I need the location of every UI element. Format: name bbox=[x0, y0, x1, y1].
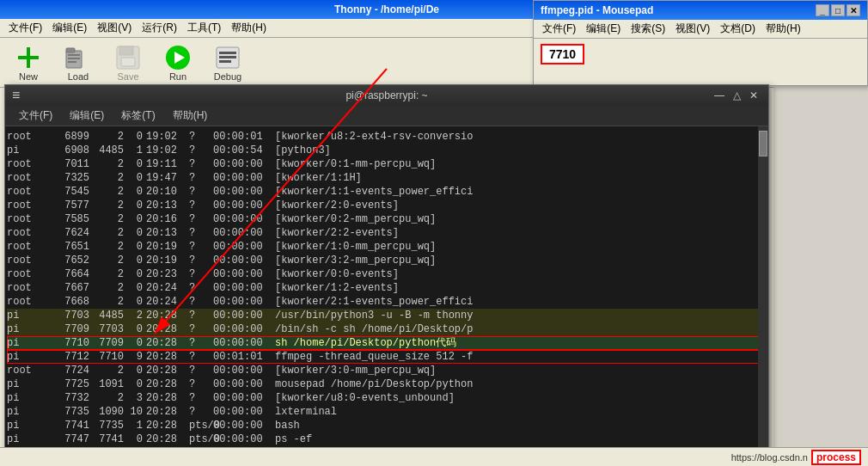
mousepad-menu-doc[interactable]: 文档(D) bbox=[715, 20, 761, 38]
terminal-titlebar: ≡ pi@raspberrypi: ~ — △ ✕ bbox=[5, 85, 768, 106]
svg-rect-5 bbox=[68, 54, 80, 56]
thonny-menu-file[interactable]: 文件(F) bbox=[3, 19, 47, 37]
terminal-scrollbar-thumb[interactable] bbox=[759, 131, 767, 156]
mousepad-menu-view[interactable]: 视图(V) bbox=[670, 20, 715, 38]
table-row: pi773510901020:28?00:00:00lxterminal bbox=[7, 405, 767, 419]
minimize-button[interactable]: _ bbox=[816, 4, 829, 16]
load-label: Load bbox=[68, 71, 89, 82]
thonny-menu-edit[interactable]: 编辑(E) bbox=[47, 19, 92, 37]
load-button[interactable]: Load bbox=[57, 41, 100, 84]
mousepad-menubar: 文件(F) 编辑(E) 搜索(S) 视图(V) 文档(D) 帮助(H) bbox=[534, 20, 867, 39]
table-row: root76242020:13?00:00:00[kworker/2:2-eve… bbox=[7, 226, 767, 240]
table-row: root76642020:23?00:00:00[kworker/0:0-eve… bbox=[7, 267, 767, 281]
table-row: root77242020:28?00:00:00[kworker/3:0-mm_… bbox=[7, 364, 767, 377]
table-row: root76522020:19?00:00:00[kworker/3:2-mm_… bbox=[7, 254, 767, 267]
terminal-body[interactable]: root68992019:02?00:00:01[kworker/u8:2-ex… bbox=[5, 126, 768, 457]
terminal-title-controls: ≡ bbox=[12, 88, 20, 103]
table-row: root70112019:11?00:00:00[kworker/0:1-mm-… bbox=[7, 157, 767, 171]
new-label: New bbox=[19, 71, 38, 82]
table-row: root76512020:19?00:00:00[kworker/1:0-mm_… bbox=[7, 240, 767, 254]
table-row: pi77127710920:28?00:01:01ffmpeg -thread_… bbox=[7, 350, 767, 364]
table-row: pi77034485220:28?00:00:00/usr/bin/python… bbox=[7, 309, 767, 322]
table-row: pi77251091020:28?00:00:00mousepad /home/… bbox=[7, 377, 767, 391]
terminal-menu-icon[interactable]: ≡ bbox=[12, 88, 20, 103]
table-row: pi77097703020:28?00:00:00/bin/sh -c sh /… bbox=[7, 322, 767, 336]
maximize-button[interactable]: □ bbox=[831, 4, 845, 16]
status-bar: https://blog.csdn.n process bbox=[0, 447, 868, 466]
mousepad-window: ffmpeg.pid - Mousepad _ □ ✕ 文件(F) 编辑(E) … bbox=[533, 0, 868, 86]
mousepad-menu-file[interactable]: 文件(F) bbox=[537, 20, 581, 38]
svg-rect-6 bbox=[68, 58, 80, 59]
terminal-close[interactable]: ✕ bbox=[746, 89, 761, 101]
status-url: https://blog.csdn.n bbox=[731, 452, 808, 463]
terminal-title-label: pi@raspberrypi: ~ bbox=[345, 89, 427, 101]
table-row: root76672020:24?00:00:00[kworker/1:2-eve… bbox=[7, 281, 767, 295]
svg-rect-9 bbox=[119, 46, 133, 55]
annotation-box: 7710 bbox=[541, 44, 584, 64]
close-button[interactable]: ✕ bbox=[847, 4, 860, 16]
mousepad-menu-edit[interactable]: 编辑(E) bbox=[581, 20, 626, 38]
table-row: pi77417735120:28pts/000:00:00bash bbox=[7, 419, 767, 432]
save-button[interactable]: Save bbox=[107, 41, 150, 84]
table-row: root75772020:13?00:00:00[kworker/2:0-eve… bbox=[7, 199, 767, 212]
mousepad-menu-help[interactable]: 帮助(H) bbox=[761, 20, 806, 38]
run-button[interactable]: Run bbox=[156, 41, 199, 84]
mousepad-menu-search[interactable]: 搜索(S) bbox=[626, 20, 670, 38]
svg-rect-10 bbox=[121, 58, 135, 66]
table-row: pi69084485119:02?00:00:54[python3] bbox=[7, 144, 767, 157]
new-button[interactable]: New bbox=[7, 41, 50, 84]
table-row: pi77322320:28?00:00:00[kworker/u8:0-even… bbox=[7, 391, 767, 405]
thonny-title: Thonny - /home/pi/De bbox=[334, 3, 439, 15]
save-icon bbox=[114, 44, 142, 71]
svg-rect-7 bbox=[68, 61, 76, 63]
table-row: root75452020:10?00:00:00[kworker/1:1-eve… bbox=[7, 185, 767, 199]
svg-rect-15 bbox=[219, 56, 236, 58]
debug-label: Debug bbox=[214, 71, 241, 82]
terminal-menubar: 文件(F) 编辑(E) 标签(T) 帮助(H) bbox=[5, 106, 768, 126]
process-label: process bbox=[811, 450, 861, 465]
term-menu-file[interactable]: 文件(F) bbox=[12, 107, 59, 125]
mousepad-titlebar: ffmpeg.pid - Mousepad _ □ ✕ bbox=[534, 1, 867, 20]
table-row: root73252019:47?00:00:00[kworker/1:1H] bbox=[7, 171, 767, 185]
thonny-menu-run[interactable]: 运行(R) bbox=[137, 19, 182, 37]
svg-rect-16 bbox=[219, 60, 231, 63]
debug-icon bbox=[214, 44, 241, 71]
terminal-maximize[interactable]: △ bbox=[730, 89, 744, 101]
table-row: root68992019:02?00:00:01[kworker/u8:2-ex… bbox=[7, 130, 767, 144]
debug-button[interactable]: Debug bbox=[206, 41, 249, 84]
new-icon bbox=[15, 44, 42, 71]
terminal-window: ≡ pi@raspberrypi: ~ — △ ✕ 文件(F) 编辑(E) 标签… bbox=[4, 84, 769, 458]
svg-rect-14 bbox=[219, 52, 236, 54]
table-row: pi77107709020:28?00:00:00sh /home/pi/Des… bbox=[7, 336, 767, 350]
terminal-scrollbar[interactable] bbox=[758, 126, 768, 457]
run-icon bbox=[164, 44, 192, 71]
save-label: Save bbox=[117, 71, 138, 82]
table-row: root75852020:16?00:00:00[kworker/0:2-mm_… bbox=[7, 212, 767, 226]
thonny-menu-tools[interactable]: 工具(T) bbox=[182, 19, 226, 37]
load-icon bbox=[64, 44, 92, 71]
thonny-menu-help[interactable]: 帮助(H) bbox=[226, 19, 272, 37]
terminal-window-controls: — △ ✕ bbox=[711, 89, 761, 101]
svg-rect-4 bbox=[66, 48, 75, 52]
term-menu-help[interactable]: 帮助(H) bbox=[166, 107, 215, 125]
terminal-minimize[interactable]: — bbox=[711, 89, 728, 101]
run-label: Run bbox=[169, 71, 186, 82]
mousepad-title: ffmpeg.pid - Mousepad bbox=[541, 4, 653, 16]
term-menu-edit[interactable]: 编辑(E) bbox=[63, 107, 111, 125]
table-row: root76682020:24?00:00:00[kworker/2:1-eve… bbox=[7, 295, 767, 309]
thonny-menu-view[interactable]: 视图(V) bbox=[92, 19, 137, 37]
table-row: pi77477741020:28pts/000:00:00ps -ef bbox=[7, 432, 767, 446]
term-menu-tabs[interactable]: 标签(T) bbox=[114, 107, 162, 125]
titlebar-controls: _ □ ✕ bbox=[816, 4, 860, 16]
